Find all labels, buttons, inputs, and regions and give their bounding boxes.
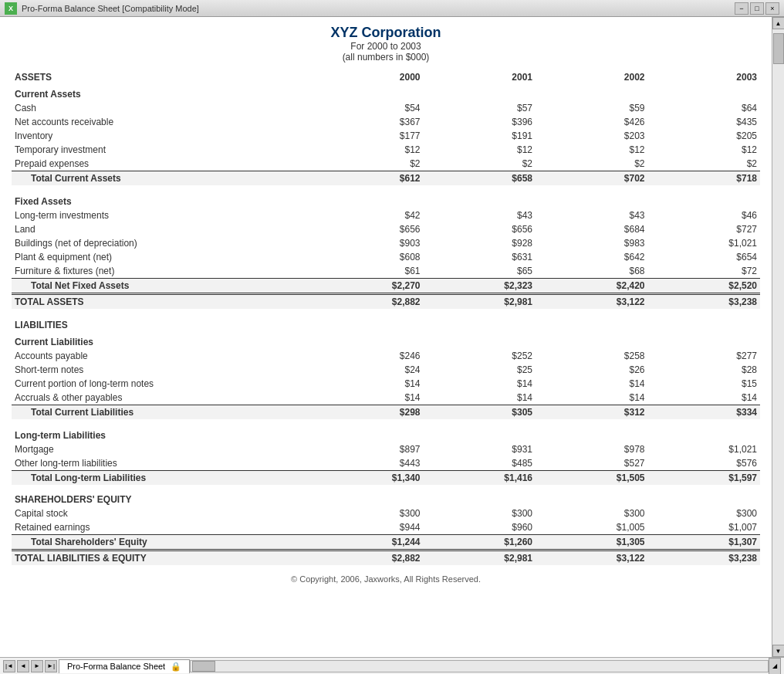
total-nfa-2001: $2,323 (424, 279, 536, 294)
horizontal-scrollbar[interactable] (190, 660, 769, 672)
accruals-label: Accruals & other payables (12, 391, 311, 405)
cash-2002: $59 (536, 101, 648, 115)
stn-2001: $25 (424, 363, 536, 377)
column-header-row: ASSETS 2000 2001 2002 2003 (12, 69, 760, 84)
temp-inv-2000: $12 (311, 143, 424, 157)
total-equity-2000: $1,244 (311, 535, 424, 550)
title-bar: X Pro-Forma Balance Sheet [Compatibility… (0, 0, 784, 17)
sheet-header: XYZ Corporation For 2000 to 2003 (all nu… (12, 25, 760, 63)
status-bar: |◄ ◄ ► ►| Pro-Forma Balance Sheet 🔒 ◢ (0, 657, 784, 674)
total-ca-2003: $718 (648, 171, 761, 186)
header-label: ASSETS (12, 69, 311, 84)
tab-nav-prev[interactable]: ◄ (17, 660, 29, 672)
lt-inv-row: Long-term investments $42 $43 $43 $46 (12, 208, 760, 222)
title-bar-controls[interactable]: − □ × (735, 2, 779, 15)
ap-2001: $252 (424, 349, 536, 363)
nar-2003: $435 (648, 115, 761, 129)
other-lt-2003: $576 (648, 456, 761, 471)
inventory-2000: $177 (311, 129, 424, 143)
cplt-label: Current portion of long-term notes (12, 377, 311, 391)
cash-2001: $57 (424, 101, 536, 115)
cplt-2002: $14 (536, 377, 648, 391)
total-ltl-2001: $1,416 (424, 471, 536, 486)
capital-2001: $300 (424, 506, 536, 520)
retained-label: Retained earnings (12, 520, 311, 535)
total-le-label: TOTAL LIABILITIES & EQUITY (12, 550, 311, 566)
tab-nav-first[interactable]: |◄ (3, 660, 15, 672)
total-ca-2000: $612 (311, 171, 424, 186)
other-lt-2000: $443 (311, 456, 424, 471)
restore-button[interactable]: □ (750, 2, 764, 15)
other-lt-2001: $485 (424, 456, 536, 471)
mortgage-2001: $931 (424, 442, 536, 456)
scroll-down-button[interactable]: ▼ (772, 645, 785, 657)
cash-2003: $64 (648, 101, 761, 115)
plant-row: Plant & equipment (net) $608 $631 $642 $… (12, 250, 760, 264)
scroll-up-button[interactable]: ▲ (772, 17, 785, 29)
other-lt-label: Other long-term liabilities (12, 456, 311, 471)
vertical-scrollbar[interactable]: ▲ ▼ (772, 17, 784, 657)
total-ltl-label: Total Long-term Liabilities (12, 471, 311, 486)
buildings-2000: $903 (311, 236, 424, 250)
stn-2002: $26 (536, 363, 648, 377)
nar-label: Net accounts receivable (12, 115, 311, 129)
minimize-button[interactable]: − (735, 2, 749, 15)
current-assets-header: Current Assets (12, 84, 760, 101)
lt-inv-2003: $46 (648, 208, 761, 222)
total-ltl-2000: $1,340 (311, 471, 424, 486)
ap-row: Accounts payable $246 $252 $258 $277 (12, 349, 760, 363)
balance-sheet-table: ASSETS 2000 2001 2002 2003 Current Asset… (12, 69, 760, 565)
plant-label: Plant & equipment (net) (12, 250, 311, 264)
inventory-2003: $205 (648, 129, 761, 143)
capital-2002: $300 (536, 506, 648, 520)
mortgage-row: Mortgage $897 $931 $978 $1,021 (12, 442, 760, 456)
temp-inv-label: Temporary investment (12, 143, 311, 157)
capital-label: Capital stock (12, 506, 311, 520)
capital-2003: $300 (648, 506, 761, 520)
ap-2000: $246 (311, 349, 424, 363)
hscroll-thumb[interactable] (192, 661, 215, 672)
total-le-2003: $3,238 (648, 550, 761, 566)
total-ltl-row: Total Long-term Liabilities $1,340 $1,41… (12, 471, 760, 486)
temp-inv-2003: $12 (648, 143, 761, 157)
furniture-2002: $68 (536, 264, 648, 279)
content-area[interactable]: XYZ Corporation For 2000 to 2003 (all nu… (0, 17, 772, 657)
prepaid-2002: $2 (536, 157, 648, 171)
scroll-thumb[interactable] (773, 33, 784, 64)
total-equity-2002: $1,305 (536, 535, 648, 550)
tab-nav-last[interactable]: ►| (45, 660, 57, 672)
furniture-2001: $65 (424, 264, 536, 279)
app-icon: X (5, 2, 17, 15)
total-ca-2002: $702 (536, 171, 648, 186)
total-ca-label: Total Current Assets (12, 171, 311, 186)
close-button[interactable]: × (765, 2, 779, 15)
stn-2003: $28 (648, 363, 761, 377)
total-cl-label: Total Current Liabilities (12, 405, 311, 420)
ap-2002: $258 (536, 349, 648, 363)
plant-2000: $608 (311, 250, 424, 264)
ap-2003: $277 (648, 349, 761, 363)
corner-button[interactable]: ◢ (769, 658, 781, 675)
total-cl-2000: $298 (311, 405, 424, 420)
total-nfa-label: Total Net Fixed Assets (12, 279, 311, 294)
scroll-track[interactable] (772, 29, 784, 645)
sheet-tab-label: Pro-Forma Balance Sheet (67, 662, 165, 671)
retained-row: Retained earnings $944 $960 $1,005 $1,00… (12, 520, 760, 535)
accruals-2001: $14 (424, 391, 536, 405)
main-area: XYZ Corporation For 2000 to 2003 (all nu… (0, 17, 784, 657)
tab-nav-next[interactable]: ► (31, 660, 43, 672)
buildings-label: Buildings (net of depreciation) (12, 236, 311, 250)
sheet-tab[interactable]: Pro-Forma Balance Sheet 🔒 (59, 659, 190, 673)
company-name: XYZ Corporation (12, 25, 760, 41)
cplt-2003: $15 (648, 377, 761, 391)
capital-2000: $300 (311, 506, 424, 520)
mortgage-2003: $1,021 (648, 442, 761, 456)
capital-row: Capital stock $300 $300 $300 $300 (12, 506, 760, 520)
stn-2000: $24 (311, 363, 424, 377)
accruals-2002: $14 (536, 391, 648, 405)
lt-inv-2002: $43 (536, 208, 648, 222)
window-title: Pro-Forma Balance Sheet [Compatibility M… (22, 4, 199, 13)
other-lt-row: Other long-term liabilities $443 $485 $5… (12, 456, 760, 471)
current-liab-label: Current Liabilities (12, 332, 760, 349)
lt-inv-2001: $43 (424, 208, 536, 222)
